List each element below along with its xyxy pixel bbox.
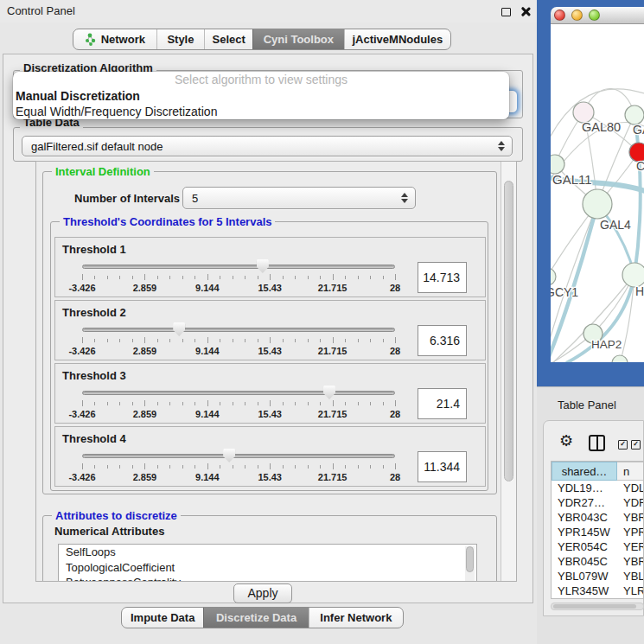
stepper-icon <box>498 141 505 151</box>
tab-label: Impute Data <box>131 611 194 624</box>
network-node[interactable] <box>551 155 564 174</box>
table-cell: YDR2 <box>617 495 643 510</box>
table-cell: YPR1 <box>617 525 643 539</box>
list-item[interactable]: TopologicalCoefficient <box>59 560 476 576</box>
group-title: Interval Definition <box>52 166 154 178</box>
dropdown-option-equal-width[interactable]: Equal Width/Frequency Discretization <box>13 104 509 119</box>
table-cell: YBL079W <box>552 569 617 583</box>
scrollbar-thumb[interactable] <box>504 181 513 481</box>
table-cell: YDR27… <box>552 495 617 510</box>
network-view-window: GAL80 GAL11 GAL4 GCY1 HAP2 GA C H <box>537 0 644 386</box>
scrollbar-thumb[interactable] <box>466 546 474 572</box>
tab-style[interactable]: Style <box>156 29 205 49</box>
node-label-clipped: GA <box>633 123 644 137</box>
table-panel-window: ⚙ ✓ ✓ shared… n YDL19…YDL1YDR27…YDR2YBR0… <box>543 420 644 616</box>
table-row[interactable]: YDR27…YDR2 <box>552 495 643 510</box>
table-cell: YBR0 <box>617 510 643 525</box>
attributes-group: Attributes to discretize Numerical Attri… <box>42 515 497 582</box>
network-canvas[interactable]: GAL80 GAL11 GAL4 GCY1 HAP2 GA C H <box>551 24 644 362</box>
table-cell: YLR3 <box>617 583 643 598</box>
node-label-clipped: C <box>636 159 644 173</box>
table-row[interactable]: YBL079WYBL0 <box>552 569 643 583</box>
thresholds-group: Threshold's Coordinates for 5 Intervals … <box>50 221 488 491</box>
tab-label: Infer Network <box>320 611 392 624</box>
threshold-value-input[interactable]: 21.4 <box>418 388 467 419</box>
network-node[interactable] <box>625 105 644 124</box>
close-button[interactable] <box>554 10 565 21</box>
list-scrollbar[interactable] <box>465 546 475 582</box>
settings-scroll-area: Interval Definition Number of Intervals … <box>35 161 517 582</box>
table-row[interactable]: YBR043CYBR0 <box>552 510 643 525</box>
network-window-titlebar[interactable] <box>551 7 644 24</box>
scrollbar-thumb[interactable] <box>553 604 636 609</box>
apply-button[interactable]: Apply <box>233 583 292 603</box>
threshold-panel: Threshold 3 -3.4262.8599.14415.4321.7152… <box>54 363 486 424</box>
tab-label: Select <box>213 33 245 46</box>
group-title: Attributes to discretize <box>52 510 181 522</box>
stepper-icon <box>401 193 408 203</box>
checkbox-icon[interactable]: ✓ <box>631 440 641 450</box>
column-header-name[interactable]: n <box>617 462 643 481</box>
table-row[interactable]: YIL053CYIL0 <box>552 598 643 599</box>
table-cell: YDL1 <box>617 481 643 495</box>
node-label: GCY1 <box>551 285 578 299</box>
network-node[interactable] <box>622 263 644 287</box>
cyni-toolbox-content: Discretization Algorithm Select algorith… <box>3 54 533 603</box>
horizontal-scrollbar[interactable] <box>551 603 644 610</box>
numerical-attributes-list: SelfLoopsTopologicalCoefficientBetweenne… <box>58 544 477 582</box>
table-body: YDL19…YDL1YDR27…YDR2YBR043CYBR0YPR145WYP… <box>552 481 643 599</box>
vertical-scrollbar[interactable] <box>501 162 516 581</box>
node-label: GAL80 <box>582 120 621 134</box>
threshold-panel: Threshold 4 -3.4262.8599.14415.4321.7152… <box>54 426 486 487</box>
tab-discretize-data[interactable]: Discretize Data <box>203 608 308 628</box>
tab-label: Discretize Data <box>216 611 296 624</box>
table-row[interactable]: YLR345WYLR3 <box>552 583 643 598</box>
num-intervals-combobox[interactable]: 5 <box>182 187 416 209</box>
list-item[interactable]: BetweennessCentrality <box>59 575 476 582</box>
float-window-icon[interactable] <box>501 8 511 16</box>
network-node[interactable] <box>612 355 628 362</box>
network-nodes[interactable] <box>551 102 644 362</box>
tab-label: Network <box>101 33 145 46</box>
tab-network[interactable]: Network <box>73 29 156 49</box>
tab-cyni-toolbox[interactable]: Cyni Toolbox <box>252 29 344 49</box>
network-node[interactable] <box>551 268 556 285</box>
zoom-button[interactable] <box>589 10 600 21</box>
dropdown-placeholder: Select algorithm to view settings <box>13 72 509 88</box>
threshold-value-input[interactable]: 14.713 <box>418 262 467 293</box>
minimize-button[interactable] <box>571 10 583 21</box>
table-row[interactable]: YER054CYER0 <box>552 539 643 554</box>
top-tab-bar: Network Style Select Cyni Toolbox jActiv… <box>73 29 451 50</box>
threshold-value-input[interactable]: 11.344 <box>418 451 467 482</box>
network-node[interactable] <box>583 189 612 219</box>
gear-icon[interactable]: ⚙ <box>559 432 573 450</box>
combobox-value: 5 <box>192 192 198 205</box>
columns-icon[interactable] <box>589 435 605 451</box>
slider-tick-labels: -3.4262.8599.14415.4321.71528 <box>82 238 395 298</box>
tab-impute-data[interactable]: Impute Data <box>122 608 203 628</box>
table-cell: YBL0 <box>617 569 643 583</box>
node-label: GAL11 <box>552 172 592 187</box>
dropdown-option-manual[interactable]: Manual Discretization <box>13 88 509 104</box>
table-row[interactable]: YBR045CYBR0 <box>552 554 643 569</box>
column-header-shared[interactable]: shared… <box>552 462 617 481</box>
table-cell: YDL19… <box>552 481 617 495</box>
table-cell: YPR145W <box>552 525 617 539</box>
tab-jactivemnodules[interactable]: jActiveMNodules <box>344 29 450 49</box>
tab-label: jActiveMNodules <box>352 33 443 46</box>
threshold-value-input[interactable]: 6.316 <box>418 325 467 356</box>
group-title: Threshold's Coordinates for 5 Intervals <box>60 216 275 228</box>
tab-select[interactable]: Select <box>204 29 252 49</box>
checkbox-icon[interactable]: ✓ <box>618 440 628 450</box>
table-row[interactable]: YPR145WYPR1 <box>552 525 643 539</box>
list-item[interactable]: SelfLoops <box>59 545 476 560</box>
node-attribute-table: shared… n YDL19…YDL1YDR27…YDR2YBR043CYBR… <box>551 461 644 599</box>
close-icon[interactable] <box>520 6 531 17</box>
table-cell: YLR345W <box>552 583 617 598</box>
tab-infer-network[interactable]: Infer Network <box>309 608 403 628</box>
numerical-attributes-label: Numerical Attributes <box>54 525 164 538</box>
table-row[interactable]: YDL19…YDL1 <box>552 481 643 495</box>
network-icon <box>85 33 96 47</box>
control-panel: Control Panel Network Style Select Cyni … <box>0 0 537 644</box>
table-data-combobox[interactable]: galFiltered.sif default node <box>22 136 513 156</box>
